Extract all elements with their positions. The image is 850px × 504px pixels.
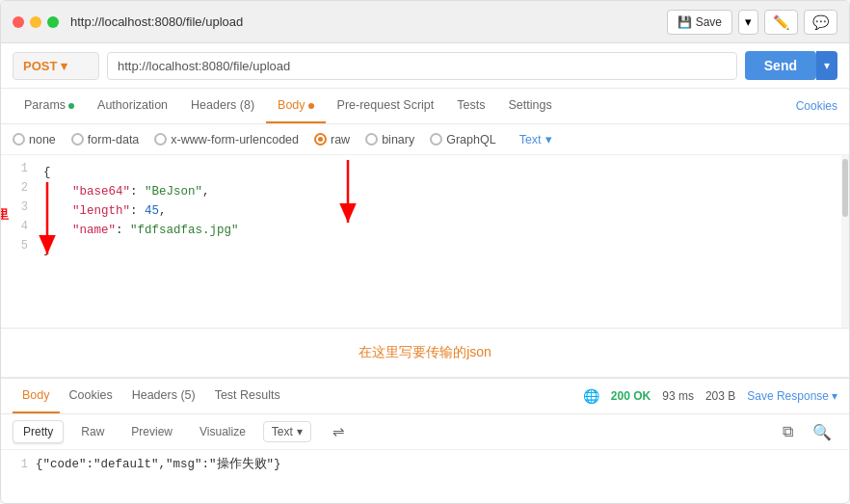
params-dot [68, 103, 74, 109]
response-text-format-chevron: ▾ [297, 425, 303, 438]
app-window: http://localhost:8080/file/upload 💾 Save… [0, 0, 850, 504]
title-bar-actions: 💾 Save ▾ ✏️ 💬 [667, 10, 837, 35]
option-raw[interactable]: raw [314, 133, 350, 146]
method-label: POST [23, 59, 57, 73]
traffic-light-green[interactable] [47, 16, 59, 28]
option-none[interactable]: none [13, 133, 56, 146]
wrap-icon-button[interactable]: ⇌ [327, 421, 351, 442]
code-line-5: } [43, 240, 841, 259]
save-icon: 💾 [677, 15, 692, 29]
format-visualize-button[interactable]: Visualize [190, 421, 255, 442]
code-line-1: { [43, 163, 841, 182]
response-tab-body[interactable]: Body [13, 379, 60, 413]
format-pretty-button[interactable]: Pretty [13, 420, 64, 443]
copy-icon-button[interactable]: ⧉ [777, 421, 799, 443]
text-format-label: Text [519, 133, 542, 146]
option-form-data[interactable]: form-data [71, 133, 140, 146]
tab-body[interactable]: Body [266, 89, 326, 123]
request-tabs-bar: Params Authorization Headers (8) Body Pr… [1, 89, 849, 124]
response-actions: ⧉ 🔍 [777, 421, 837, 443]
format-raw-button[interactable]: Raw [71, 421, 114, 442]
window-url-title: http://localhost:8080/file/upload [70, 14, 243, 29]
response-format-bar: Pretty Raw Preview Visualize Text ▾ ⇌ ⧉ … [1, 414, 849, 450]
response-tabs-bar: Body Cookies Headers (5) Test Results 🌐 … [1, 379, 849, 414]
response-code-area: 1 {"code":"default","msg":"操作失败"} [1, 450, 849, 498]
form-data-radio[interactable] [71, 133, 84, 146]
option-binary[interactable]: binary [365, 133, 414, 146]
comment-icon-button[interactable]: 💬 [804, 10, 837, 35]
cookies-link[interactable]: Cookies [796, 99, 837, 113]
binary-radio[interactable] [365, 133, 378, 146]
code-editor[interactable]: 1 2 3 4 5 { "base64": "BeJson", "length"… [1, 155, 849, 329]
response-line-1: 1 {"code":"default","msg":"操作失败"} [1, 454, 849, 474]
send-btn-wrapper: Send ▾ [745, 51, 837, 80]
response-time: 93 ms [662, 389, 694, 403]
send-button[interactable]: Send [745, 51, 816, 80]
body-options-bar: none form-data x-www-form-urlencoded raw… [1, 124, 849, 155]
format-preview-button[interactable]: Preview [121, 421, 182, 442]
code-line-2: "base64": "BeJson", [43, 182, 841, 201]
response-text-format-selector[interactable]: Text ▾ [263, 421, 311, 442]
tab-settings[interactable]: Settings [496, 89, 563, 123]
code-line-3: "length": 45, [43, 201, 841, 221]
method-select[interactable]: POST ▾ [13, 52, 99, 80]
body-dot [308, 103, 314, 109]
traffic-light-red[interactable] [13, 16, 24, 28]
method-chevron: ▾ [61, 59, 67, 73]
save-response-button[interactable]: Save Response ▾ [747, 389, 837, 403]
send-dropdown-button[interactable]: ▾ [816, 51, 837, 80]
text-format-selector[interactable]: Text ▾ [519, 132, 552, 146]
traffic-lights [13, 16, 59, 28]
text-format-chevron: ▾ [545, 132, 552, 146]
response-tab-headers[interactable]: Headers (5) [122, 379, 205, 413]
tab-authorization[interactable]: Authorization [86, 89, 179, 123]
tab-headers[interactable]: Headers (8) [179, 89, 266, 123]
resp-code-content-1: {"code":"default","msg":"操作失败"} [36, 456, 281, 472]
save-dropdown-button[interactable]: ▾ [738, 10, 758, 35]
response-text-format-label: Text [272, 425, 293, 438]
center-annotation: 在这里写要传输的json [1, 329, 849, 377]
response-size: 203 B [705, 389, 735, 403]
tab-pre-request-script[interactable]: Pre-request Script [326, 89, 446, 123]
option-urlencoded[interactable]: x-www-form-urlencoded [154, 133, 299, 146]
option-graphql[interactable]: GraphQL [430, 133, 495, 146]
save-button[interactable]: 💾 Save [667, 10, 732, 35]
response-meta: 🌐 200 OK 93 ms 203 B Save Response ▾ [583, 388, 837, 404]
response-section: Body Cookies Headers (5) Test Results 🌐 … [1, 377, 849, 498]
status-ok-badge: 200 OK [611, 389, 651, 403]
response-tab-test-results[interactable]: Test Results [205, 379, 290, 413]
resp-linenum-1: 1 [1, 458, 36, 471]
request-bar: POST ▾ Send ▾ [1, 43, 849, 89]
globe-icon: 🌐 [583, 388, 599, 404]
urlencoded-radio[interactable] [154, 133, 167, 146]
code-line-4: "name": "fdfsadfas.jpg" [43, 221, 841, 240]
url-input[interactable] [107, 52, 737, 80]
graphql-radio[interactable] [430, 133, 442, 146]
save-response-chevron: ▾ [832, 389, 837, 403]
traffic-light-yellow[interactable] [30, 16, 41, 28]
raw-radio[interactable] [314, 133, 327, 146]
code-content[interactable]: { "base64": "BeJson", "length": 45, "nam… [36, 159, 849, 263]
editor-scrollbar[interactable] [841, 155, 849, 328]
tab-tests[interactable]: Tests [445, 89, 496, 123]
none-radio[interactable] [13, 133, 25, 146]
line-numbers: 1 2 3 4 5 [1, 155, 36, 259]
editor-overlay-container: 而不是在这里 1 2 3 4 5 { [1, 155, 849, 377]
tab-params[interactable]: Params [13, 89, 86, 123]
editor-scrollbar-thumb[interactable] [842, 159, 848, 217]
title-bar: http://localhost:8080/file/upload 💾 Save… [1, 1, 849, 43]
edit-icon-button[interactable]: ✏️ [764, 10, 798, 35]
search-icon-button[interactable]: 🔍 [807, 421, 837, 443]
response-tab-cookies[interactable]: Cookies [60, 379, 122, 413]
